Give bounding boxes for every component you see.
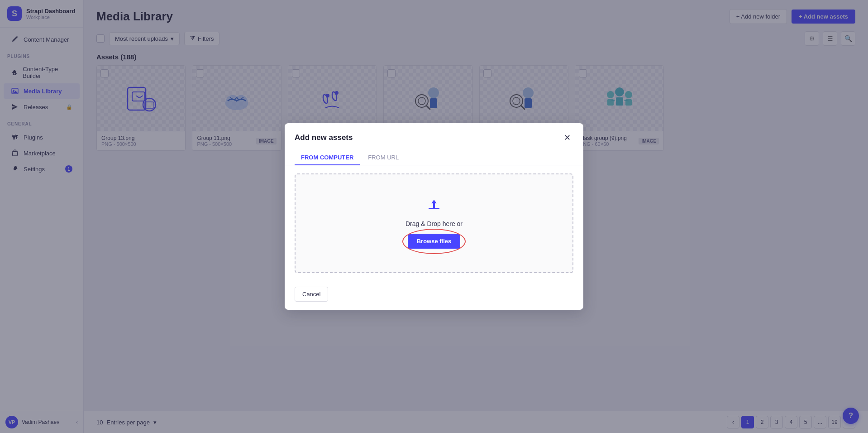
cancel-button[interactable]: Cancel: [295, 287, 328, 302]
modal-close-button[interactable]: ✕: [561, 131, 573, 144]
upload-icon: [427, 198, 441, 214]
modal-overlay[interactable]: Add new assets ✕ FROM COMPUTER FROM URL …: [0, 0, 868, 433]
modal-header: Add new assets ✕: [285, 123, 583, 144]
tab-from-computer[interactable]: FROM COMPUTER: [295, 150, 360, 165]
drop-zone[interactable]: Drag & Drop here or Browse files: [295, 173, 573, 273]
modal-tabs: FROM COMPUTER FROM URL: [285, 144, 583, 165]
modal-footer: Cancel: [285, 281, 583, 310]
tab-from-url[interactable]: FROM URL: [362, 150, 405, 165]
svg-rect-26: [429, 208, 439, 209]
add-assets-modal: Add new assets ✕ FROM COMPUTER FROM URL …: [285, 123, 583, 310]
browse-files-button[interactable]: Browse files: [408, 234, 461, 249]
modal-title: Add new assets: [295, 133, 353, 142]
modal-body: Drag & Drop here or Browse files: [285, 165, 583, 281]
drop-text: Drag & Drop here or: [405, 220, 463, 227]
